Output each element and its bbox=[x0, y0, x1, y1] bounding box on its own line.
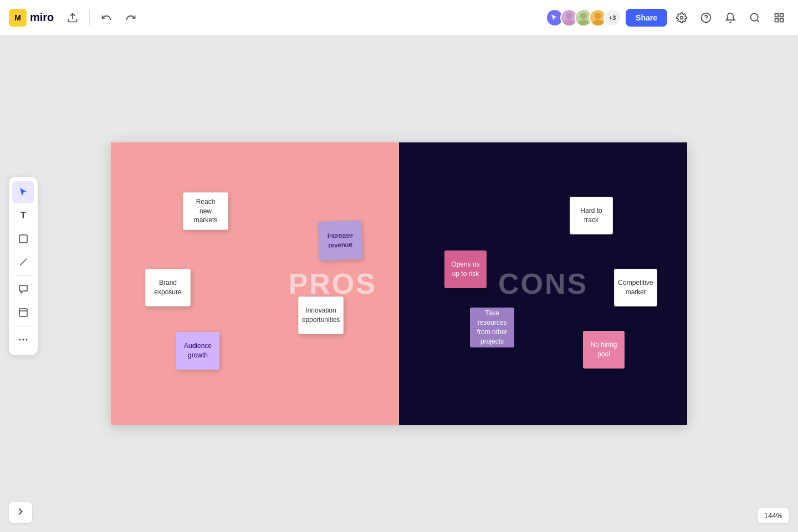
frame-tool-button[interactable] bbox=[12, 301, 34, 324]
miro-logo-icon: M bbox=[9, 9, 27, 27]
frame-tool-icon bbox=[18, 307, 29, 318]
board[interactable]: PROS Reach new markets Increase revenue … bbox=[111, 142, 687, 425]
upload-button[interactable] bbox=[63, 8, 83, 28]
share-button[interactable]: Share bbox=[626, 9, 667, 27]
cursor-icon bbox=[550, 13, 559, 22]
cons-panel[interactable]: CONS Hard to track Opens us up to risk C… bbox=[399, 142, 687, 425]
audience-growth-note[interactable]: Audience growth bbox=[176, 332, 219, 370]
upload-icon bbox=[67, 12, 78, 23]
expand-panel-button[interactable] bbox=[9, 502, 32, 523]
text-tool-icon: T bbox=[21, 211, 26, 221]
svg-point-21 bbox=[26, 339, 28, 341]
redo-button[interactable] bbox=[121, 8, 141, 28]
svg-rect-11 bbox=[775, 13, 779, 17]
svg-text:M: M bbox=[14, 13, 21, 22]
menu-button[interactable] bbox=[769, 8, 789, 28]
settings-icon bbox=[676, 12, 687, 23]
increase-revenue-note[interactable]: Increase revenue bbox=[318, 221, 362, 261]
undo-icon bbox=[101, 12, 112, 23]
comment-tool-button[interactable] bbox=[12, 278, 34, 300]
notifications-button[interactable] bbox=[720, 8, 740, 28]
hard-to-track-note[interactable]: Hard to track bbox=[570, 197, 613, 234]
more-tools-icon bbox=[18, 334, 29, 345]
brand-exposure-note[interactable]: Brand exposure bbox=[145, 269, 191, 306]
svg-rect-17 bbox=[19, 309, 27, 316]
comment-tool-icon bbox=[18, 284, 29, 295]
bell-icon bbox=[725, 12, 736, 23]
tool-separator bbox=[15, 275, 32, 276]
zoom-level: 144% bbox=[764, 511, 782, 520]
redo-icon bbox=[125, 12, 136, 23]
undo-button[interactable] bbox=[96, 8, 116, 28]
avatar-group: +3 bbox=[546, 9, 621, 27]
svg-point-8 bbox=[681, 16, 683, 19]
separator-1 bbox=[89, 10, 90, 25]
svg-point-4 bbox=[580, 12, 587, 19]
expand-icon bbox=[16, 507, 25, 516]
svg-line-16 bbox=[20, 259, 27, 265]
help-button[interactable] bbox=[696, 8, 716, 28]
svg-point-5 bbox=[578, 19, 589, 27]
logo: M miro bbox=[9, 9, 54, 27]
competitive-market-note[interactable]: Competitive market bbox=[614, 269, 657, 306]
svg-point-19 bbox=[19, 339, 21, 341]
svg-point-20 bbox=[23, 339, 24, 341]
svg-rect-13 bbox=[780, 18, 784, 22]
more-tools-button[interactable] bbox=[12, 329, 34, 351]
text-tool-button[interactable]: T bbox=[12, 204, 34, 227]
svg-point-3 bbox=[564, 19, 574, 27]
line-tool-icon bbox=[18, 257, 29, 268]
svg-point-6 bbox=[595, 12, 601, 19]
menu-icon bbox=[774, 12, 785, 23]
note-tool-icon bbox=[18, 233, 29, 244]
no-hiring-pool-note[interactable]: No hiring pool bbox=[583, 331, 625, 369]
tool-separator-2 bbox=[15, 326, 32, 326]
note-tool-button[interactable] bbox=[12, 228, 34, 250]
take-resources-note[interactable]: Take resources from other projects bbox=[470, 308, 514, 347]
svg-rect-15 bbox=[19, 235, 27, 243]
reach-new-markets-note[interactable]: Reach new markets bbox=[183, 192, 228, 230]
opens-us-up-to-risk-note[interactable]: Opens us up to risk bbox=[444, 250, 487, 288]
settings-button[interactable] bbox=[672, 8, 692, 28]
cursor-tool-icon bbox=[18, 187, 29, 198]
svg-rect-12 bbox=[780, 13, 784, 17]
canvas[interactable]: PROS Reach new markets Increase revenue … bbox=[0, 35, 798, 532]
cons-label: CONS bbox=[498, 267, 588, 300]
svg-point-2 bbox=[566, 12, 572, 19]
pros-panel[interactable]: PROS Reach new markets Increase revenue … bbox=[111, 142, 399, 425]
svg-point-7 bbox=[592, 19, 603, 27]
search-button[interactable] bbox=[745, 8, 765, 28]
help-icon bbox=[700, 12, 712, 23]
svg-point-10 bbox=[751, 13, 758, 21]
svg-rect-14 bbox=[775, 18, 779, 22]
line-tool-button[interactable] bbox=[12, 251, 34, 273]
innovation-opportunities-note[interactable]: Innovation opportunities bbox=[298, 296, 344, 334]
topbar: M miro bbox=[0, 0, 798, 35]
topbar-right: +3 Share bbox=[546, 8, 789, 28]
left-toolbar: T bbox=[9, 177, 38, 355]
pros-label: PROS bbox=[289, 267, 377, 300]
extra-collaborators[interactable]: +3 bbox=[603, 9, 621, 27]
zoom-indicator: 144% bbox=[758, 508, 789, 523]
search-icon bbox=[749, 12, 760, 23]
app-name: miro bbox=[30, 11, 54, 24]
cursor-tool-button[interactable] bbox=[12, 181, 34, 203]
